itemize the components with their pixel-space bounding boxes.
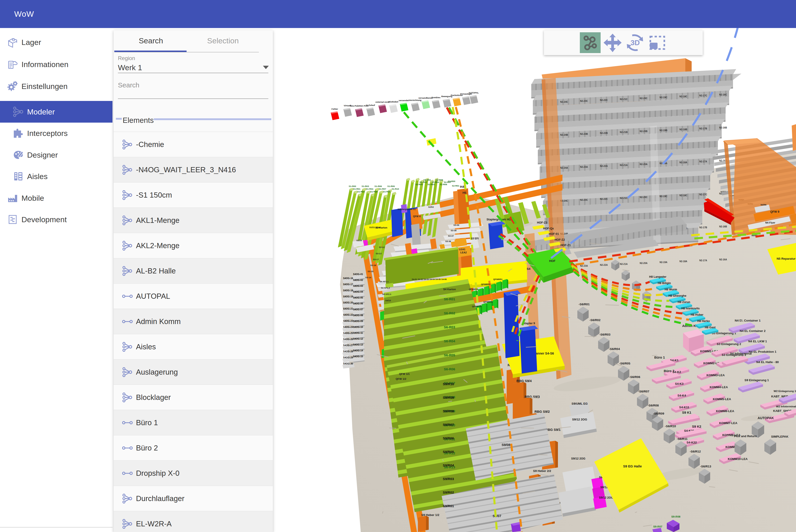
svg-text:N4 EL LKW 1: N4 EL LKW 1 [748,340,767,343]
svg-text:H8 Zorun: H8 Zorun [678,301,690,304]
svg-text:W2 Einlagerung 1: W2 Einlagerung 1 [774,390,796,393]
svg-text:S6-R01: S6-R01 [444,298,455,301]
svg-text:In Zulauf: In Zulauf [366,104,375,106]
svg-text:S9 EG Halle: S9 EG Halle [623,464,642,468]
svg-text:QFW8/30: QFW8/30 [472,305,481,307]
svg-text:H8 Biligin: H8 Biligin [658,282,671,285]
svg-text:-S6/R02: -S6/R02 [590,318,601,322]
svg-text:KOMM5-LEA: KOMM5-LEA [713,397,731,401]
svg-text:S4OG-27: S4OG-27 [343,344,353,347]
svg-text:S6-R06: S6-R06 [444,367,455,371]
svg-text:-S6/R07: -S6/R07 [638,390,649,393]
svg-text:N2-19C: N2-19C [660,96,667,99]
svg-text:S4-01 S4-02 S4-03 S4-04 S4: S4-01 S4-02 S4-03 S4-04 S4-05 S4-06 [412,278,447,281]
svg-text:N2-23A: N2-23A [580,265,588,267]
svg-text:S2-R01: S2-R01 [452,185,459,187]
svg-text:N4 Flyer: N4 Flyer [765,221,775,224]
svg-text:HOF-Qx: HOF-Qx [543,227,554,230]
svg-text:Neu-Paletten Pool: Neu-Paletten Pool [350,104,368,107]
svg-text:S4OG-03: S4OG-03 [353,285,363,287]
svg-text:S4OG-23: S4OG-23 [343,320,353,322]
svg-text:S4OG-14: S4OG-14 [353,349,363,352]
svg-text:versendet: versendet [399,99,409,101]
svg-text:S9/07: S9/07 [493,514,501,518]
svg-text:N2-19B: N2-19B [660,129,667,132]
svg-text:S4OG-06: S4OG-06 [353,302,363,305]
svg-text:N2-17B: N2-17B [699,127,707,130]
svg-text:AUTOPAK: AUTOPAK [758,416,774,420]
svg-text:Vernichtung: Vernichtung [409,99,421,101]
svg-text:S1-R03: S1-R03 [362,185,369,187]
svg-text:S3-38: S3-38 [451,229,456,232]
svg-text:N2-18A: N2-18A [679,161,687,164]
svg-text:H8 Gast: H8 Gast [705,326,716,329]
svg-text:N2-19C: N2-19C [660,195,667,197]
svg-text:Zombies: Zombies [432,96,440,99]
svg-text:QFW 9: QFW 9 [770,210,779,213]
svg-text:S9/R07: S9/R07 [443,423,454,426]
svg-text:-S6/R03: -S6/R03 [600,333,610,336]
svg-text:S4OG-22: S4OG-22 [343,314,353,316]
svg-text:S9-R07: S9-R07 [653,525,662,528]
svg-text:S3-12: S3-12 [379,246,385,248]
svg-text:S4OG-25: S4OG-25 [343,332,353,335]
svg-text:S9 Heber 1/2: S9 Heber 1/2 [421,513,439,517]
svg-text:N2-17B: N2-17B [699,226,707,229]
svg-text:N2-23B: N2-23B [580,133,588,135]
svg-text:S4OG-19: S4OG-19 [343,296,353,298]
svg-text:S4OG-08: S4OG-08 [353,314,363,317]
svg-text:KOMM7-LEA: KOMM7-LEA [719,421,738,425]
svg-text:S4OG-30: S4OG-30 [343,362,353,365]
svg-text:N4 EL Produktion 1: N4 EL Produktion 1 [749,350,777,354]
svg-text:Mistkübel: Mistkübel [388,100,398,103]
svg-text:Fehler: Fehler [331,108,338,110]
svg-text:N2-24C: N2-24C [560,101,568,103]
svg-text:N2-22C: N2-22C [600,99,608,101]
svg-text:Büro 2: Büro 2 [664,369,675,373]
svg-text:SIMPLEPAK: SIMPLEPAK [771,435,789,438]
svg-text:S1-R10: S1-R10 [392,188,399,190]
svg-text:S2-Karton: S2-Karton [375,226,387,229]
svg-text:N2-20A: N2-20A [640,262,647,264]
svg-text:S4OG-21: S4OG-21 [343,307,353,310]
svg-text:S6-R02: S6-R02 [444,311,455,315]
svg-text:S4OG-16: S4OG-16 [343,277,353,280]
svg-text:QFW 1/2: QFW 1/2 [396,377,406,380]
svg-text:S3-17: S3-17 [373,258,379,261]
svg-text:N2-19A: N2-19A [660,261,667,264]
svg-text:S4OG-07: S4OG-07 [353,308,363,311]
svg-text:N4 EL Container 2: N4 EL Container 2 [740,329,765,332]
svg-text:Staplergrawek S1: Staplergrawek S1 [398,208,416,210]
svg-text:S3-09: S3-09 [453,224,459,226]
svg-text:N2-17C: N2-17C [699,193,707,196]
svg-text:S4OG-29: S4OG-29 [343,356,353,359]
svg-text:S6-R05: S6-R05 [444,354,455,357]
svg-text:S9 K2: S9 K2 [692,425,701,429]
svg-text:HOF-Z1: HOF-Z1 [561,244,571,247]
svg-text:H8 Huber: H8 Huber [691,313,703,316]
svg-text:H8 Gheorghe: H8 Gheorghe [668,294,686,298]
svg-text:S3-15: S3-15 [367,270,373,272]
svg-text:KOMM10-LEA: KOMM10-LEA [728,457,748,461]
svg-text:S4OG-17: S4OG-17 [343,283,353,286]
svg-text:S3-14: S3-14 [365,276,371,279]
svg-text:3D: 3D [631,39,640,47]
svg-text:S9/12 2OG: S9/12 2OG [571,457,585,460]
svg-text:Pick and Return: Pick and Return [734,434,757,438]
svg-text:-S6/R08: -S6/R08 [648,404,659,407]
svg-text:N2-24B: N2-24B [560,134,568,136]
svg-text:-S6/R12: -S6/R12 [690,450,701,453]
svg-text:S4OG-01: S4OG-01 [353,273,363,276]
svg-text:N2-20C: N2-20C [640,196,647,198]
svg-text:QFW8/03: QFW8/03 [481,283,490,285]
svg-text:S9/R10: S9/R10 [443,382,454,386]
svg-text:S1-R01: S1-R01 [353,188,360,190]
svg-text:-S6/R01: -S6/R01 [579,303,590,306]
svg-text:S9 K1: S9 K1 [682,411,691,414]
svg-text:S1-R02: S1-R02 [357,190,365,193]
svg-text:W2 Infoterminal: W2 Infoterminal [776,405,796,408]
svg-text:S9/08: S9/08 [502,443,511,446]
svg-text:N2-22A: N2-22A [600,165,608,167]
svg-text:S4 Infoterminal: S4 Infoterminal [730,352,752,355]
svg-text:N2-18B: N2-18B [679,128,687,131]
